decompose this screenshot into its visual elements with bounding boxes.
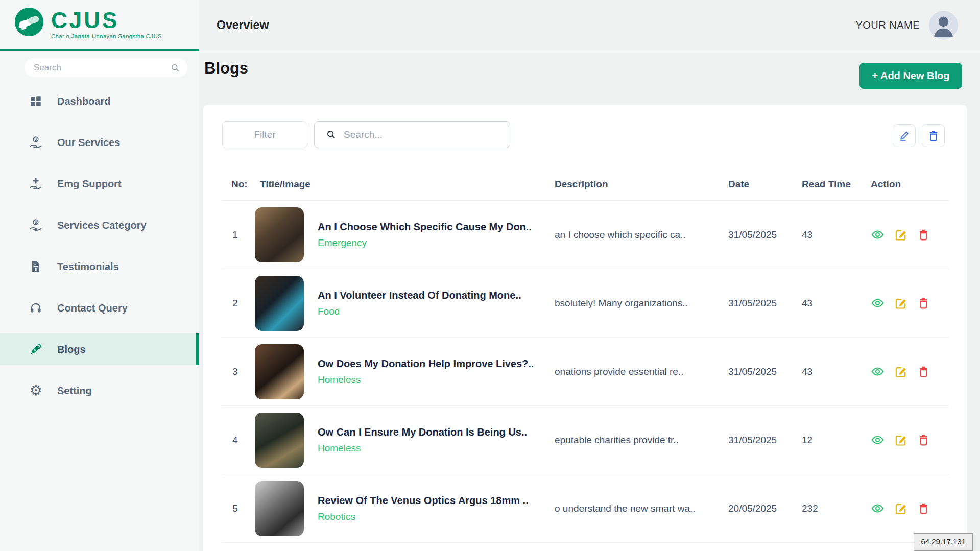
table-search bbox=[314, 121, 510, 148]
delete-icon[interactable] bbox=[917, 365, 930, 378]
blog-date: 31/05/2025 bbox=[728, 229, 802, 241]
dashboard-grid-icon bbox=[28, 93, 44, 109]
svg-text:$: $ bbox=[35, 220, 37, 225]
sidebar-search bbox=[25, 58, 187, 77]
sidebar-item-contact-query[interactable]: Contact Query bbox=[0, 292, 199, 324]
brand-tagline: Char o Janata Unnayan Sangstha CJUS bbox=[51, 33, 162, 39]
sidebar-item-dashboard[interactable]: Dashboard bbox=[0, 85, 199, 117]
blog-date: 31/05/2025 bbox=[728, 366, 802, 377]
hand-holding-dollar-icon: $ bbox=[28, 134, 44, 151]
row-number: 5 bbox=[221, 503, 255, 514]
brand-logo: CJUS Char o Janata Unnayan Sangstha CJUS bbox=[0, 0, 199, 47]
blog-title: Ow Does My Donation Help Improve Lives?.… bbox=[318, 358, 534, 370]
edit-icon[interactable] bbox=[894, 501, 907, 515]
column-header-date: Date bbox=[728, 179, 802, 190]
page-breadcrumb: Overview bbox=[217, 18, 269, 32]
row-number: 1 bbox=[221, 229, 255, 241]
blog-date: 31/05/2025 bbox=[728, 435, 802, 446]
user-area: YOUR NAME bbox=[855, 11, 958, 40]
blog-read-time: 43 bbox=[802, 366, 871, 377]
headphones-icon bbox=[28, 300, 44, 316]
blog-thumbnail bbox=[255, 276, 304, 331]
blog-category: Emergency bbox=[318, 237, 532, 249]
sidebar-item-testimonials[interactable]: $ Testimonials bbox=[0, 251, 199, 282]
delete-icon[interactable] bbox=[917, 501, 930, 515]
avatar[interactable] bbox=[929, 11, 958, 40]
handshake-logo-icon bbox=[13, 6, 45, 38]
sidebar: CJUS Char o Janata Unnayan Sangstha CJUS… bbox=[0, 0, 199, 551]
table-row: 1 An I Choose Which Specific Cause My Do… bbox=[221, 200, 949, 269]
edit-icon[interactable] bbox=[894, 296, 907, 310]
bulk-delete-button[interactable] bbox=[922, 124, 945, 147]
blog-read-time: 43 bbox=[802, 298, 871, 309]
filter-button[interactable]: Filter bbox=[222, 121, 307, 148]
delete-icon[interactable] bbox=[917, 433, 930, 447]
blog-read-time: 43 bbox=[802, 229, 871, 241]
search-icon bbox=[170, 63, 180, 73]
bulk-edit-button[interactable] bbox=[893, 124, 916, 147]
view-icon[interactable] bbox=[871, 228, 885, 242]
add-new-blog-button[interactable]: + Add New Blog bbox=[859, 63, 962, 89]
sidebar-nav: Dashboard $ Our Services Emg Support $ S… bbox=[0, 85, 199, 416]
column-header-read-time: Read Time bbox=[802, 179, 871, 190]
table-search-input[interactable] bbox=[344, 129, 501, 140]
view-icon[interactable] bbox=[871, 501, 885, 515]
delete-icon[interactable] bbox=[917, 228, 930, 242]
blog-category: Homeless bbox=[318, 443, 527, 454]
page-title: Blogs bbox=[204, 59, 248, 78]
column-header-description: Description bbox=[555, 179, 728, 190]
sidebar-item-emg-support[interactable]: Emg Support bbox=[0, 168, 199, 200]
table-row: 5 Review Of The Venus Optics Argus 18mm … bbox=[221, 474, 949, 542]
view-icon[interactable] bbox=[871, 433, 885, 447]
main-content: Blogs + Add New Blog Filter No: Title/Im… bbox=[199, 51, 980, 551]
sidebar-item-blogs[interactable]: Blogs bbox=[0, 333, 199, 365]
user-name: YOUR NAME bbox=[855, 19, 920, 31]
table-row: 2 An I Volunteer Instead Of Donating Mon… bbox=[221, 269, 949, 337]
view-icon[interactable] bbox=[871, 365, 885, 378]
blog-title: Ow Can I Ensure My Donation Is Being Us.… bbox=[318, 426, 527, 438]
topbar: Overview YOUR NAME bbox=[199, 0, 980, 51]
hand-holding-dollar-icon: $ bbox=[28, 217, 44, 233]
sidebar-item-services-category[interactable]: $ Services Category bbox=[0, 209, 199, 241]
table-row bbox=[221, 542, 949, 551]
ip-address-tooltip: 64.29.17.131 bbox=[914, 533, 973, 551]
column-header-no: No: bbox=[221, 179, 255, 190]
sidebar-item-setting[interactable]: ⚙ Setting bbox=[0, 375, 199, 406]
blog-pen-icon bbox=[28, 341, 44, 357]
sidebar-item-our-services[interactable]: $ Our Services bbox=[0, 127, 199, 158]
row-number: 3 bbox=[221, 366, 255, 377]
blog-title: An I Choose Which Specific Cause My Don.… bbox=[318, 221, 532, 233]
brand-name: CJUS bbox=[51, 9, 162, 32]
edit-icon[interactable] bbox=[894, 228, 907, 242]
brand-underline bbox=[0, 49, 199, 51]
edit-icon[interactable] bbox=[894, 433, 907, 447]
blog-title: An I Volunteer Instead Of Donating Mone.… bbox=[318, 290, 521, 301]
svg-text:$: $ bbox=[35, 137, 37, 142]
blog-thumbnail bbox=[255, 207, 304, 262]
search-icon bbox=[326, 129, 337, 140]
blog-read-time: 232 bbox=[802, 503, 871, 514]
invoice-dollar-icon: $ bbox=[28, 258, 44, 275]
column-header-action: Action bbox=[871, 179, 949, 190]
row-number: 2 bbox=[221, 298, 255, 309]
delete-icon[interactable] bbox=[917, 296, 930, 310]
view-icon[interactable] bbox=[871, 296, 885, 310]
blog-description: onations provide essential re.. bbox=[555, 366, 728, 377]
row-number: 4 bbox=[221, 435, 255, 446]
gear-icon: ⚙ bbox=[28, 382, 44, 399]
blog-description: an I choose which specific ca.. bbox=[555, 229, 728, 241]
hand-holding-plus-icon bbox=[28, 176, 44, 192]
blog-category: Homeless bbox=[318, 374, 534, 386]
blog-description: bsolutely! Many organizations.. bbox=[555, 298, 728, 309]
edit-icon[interactable] bbox=[894, 365, 907, 378]
blogs-table: No: Title/Image Description Date Read Ti… bbox=[221, 169, 949, 551]
blog-title: Review Of The Venus Optics Argus 18mm .. bbox=[318, 495, 529, 507]
table-row: 3 Ow Does My Donation Help Improve Lives… bbox=[221, 337, 949, 405]
table-row: 4 Ow Can I Ensure My Donation Is Being U… bbox=[221, 405, 949, 474]
column-header-title-image: Title/Image bbox=[255, 179, 555, 190]
table-header-row: No: Title/Image Description Date Read Ti… bbox=[221, 169, 949, 200]
blog-description: eputable charities provide tr.. bbox=[555, 435, 728, 446]
blog-date: 20/05/2025 bbox=[728, 503, 802, 514]
blog-category: Robotics bbox=[318, 511, 529, 522]
sidebar-search-input[interactable] bbox=[34, 63, 170, 73]
